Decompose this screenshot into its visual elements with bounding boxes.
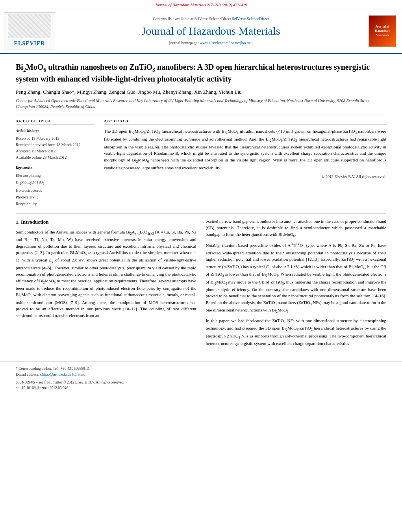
hazmat-thumbnail-block: Journal ofHazardousMaterials	[367, 12, 398, 50]
accepted-date: Accepted 19 March 2012	[16, 149, 56, 153]
header-section: ELSEVIER Contents lists available at Sci…	[0, 9, 402, 54]
doi-line: doi:10.1016/j.jhazmat.2012.03.046	[16, 385, 386, 391]
copyright: © 2012 Elsevier B.V. All rights reserved…	[104, 174, 386, 180]
body-left-col: 1. Introduction Semiconductors of the Au…	[16, 218, 196, 350]
affiliation: Center for Advanced Optoelectronic Funct…	[16, 98, 386, 109]
abstract-text: The 3D open Bi2MoO6/ZnTiO3 hierarchical …	[104, 128, 386, 171]
intro-para3: Notably, titanium-based perovskite oxide…	[206, 242, 387, 314]
keywords-section: Keywords: Electrospinning Bi2MoO6/ZnTiO3…	[16, 165, 94, 207]
intro-heading: 1. Introduction	[16, 218, 196, 226]
footnote-star: * Corresponding author. Tel.: +86 431 50…	[16, 366, 386, 371]
sciverse-link[interactable]: SciVerse ScienceDirect	[232, 17, 269, 21]
issn-line: 0304-3894/$ – see front matter © 2012 El…	[16, 380, 386, 385]
footnote-email: E-mail address: clshao@nenu.edu.cn (C. S…	[16, 372, 386, 377]
intro-para1: Semiconductors of the Aurivillius oxides…	[16, 229, 196, 319]
elsevier-logo-block: ELSEVIER	[4, 12, 55, 50]
page-wrapper: Journal of Hazardous Materials 217–218 (…	[0, 0, 402, 532]
article-footer: * Corresponding author. Tel.: +86 431 50…	[0, 361, 402, 395]
elsevier-wordmark: ELSEVIER	[14, 40, 45, 48]
article-info-label: ARTICLE INFO	[16, 119, 94, 125]
email-link[interactable]: clshao@nenu.edu.cn (C. Shao).	[40, 373, 87, 376]
article-info-col: ARTICLE INFO Article history: Received 1…	[16, 119, 94, 207]
abstract-label: ABSTRACT	[104, 119, 386, 125]
article-title: Bi2MoO6 ultrathin nanosheets on ZnTiO3 n…	[16, 62, 386, 84]
divider-1	[16, 115, 386, 115]
journal-homepage: journal homepage: www.elsevier.com/locat…	[169, 40, 252, 46]
article-history: Article history: Received 15 February 20…	[16, 128, 94, 161]
article-content: Bi2MoO6 ultrathin nanosheets on ZnTiO3 n…	[0, 54, 402, 358]
received-date: Received 15 February 2012	[16, 136, 59, 141]
available-online-date: Available online 28 March 2012	[16, 155, 67, 159]
journal-title: Journal of Hazardous Materials	[141, 23, 280, 39]
journal-citation: Journal of Hazardous Materials 217–218 (…	[155, 3, 247, 7]
body-right-col: excited narrow band gap semiconductor in…	[206, 218, 387, 350]
elsevier-image-placeholder	[8, 15, 51, 38]
intro-para2: excited narrow band gap semiconductor in…	[206, 218, 387, 239]
keywords-label: Keywords:	[16, 165, 94, 171]
body-section: 1. Introduction Semiconductors of the Au…	[16, 218, 386, 350]
info-abstract-section: ARTICLE INFO Article history: Received 1…	[16, 119, 386, 207]
journal-top-bar: Journal of Hazardous Materials 217–218 (…	[0, 0, 402, 9]
keywords-list: Electrospinning Bi2MoO6/ZnTiO3 Heterostr…	[16, 172, 94, 207]
divider-2	[16, 213, 386, 214]
journal-title-block: Contents lists available at SciVerse Sci…	[59, 12, 363, 50]
sciverse-text: Contents lists available at SciVerse Sci…	[153, 16, 269, 22]
history-label: Article history:	[16, 128, 94, 134]
authors-list: Peng Zhang, Changlu Shao*, Mingyi Zhang,…	[16, 89, 386, 96]
received-revised-date: Received in revised form 18 March 2012	[16, 143, 80, 147]
abstract-col: ABSTRACT The 3D open Bi2MoO6/ZnTiO3 hier…	[104, 119, 386, 207]
journal-homepage-link[interactable]: www.elsevier.com/locate/jhazmat	[200, 41, 253, 45]
hazmat-journal-cover: Journal ofHazardousMaterials	[369, 15, 396, 47]
intro-para4: In this paper, we had fabricated the ZnT…	[206, 317, 387, 347]
